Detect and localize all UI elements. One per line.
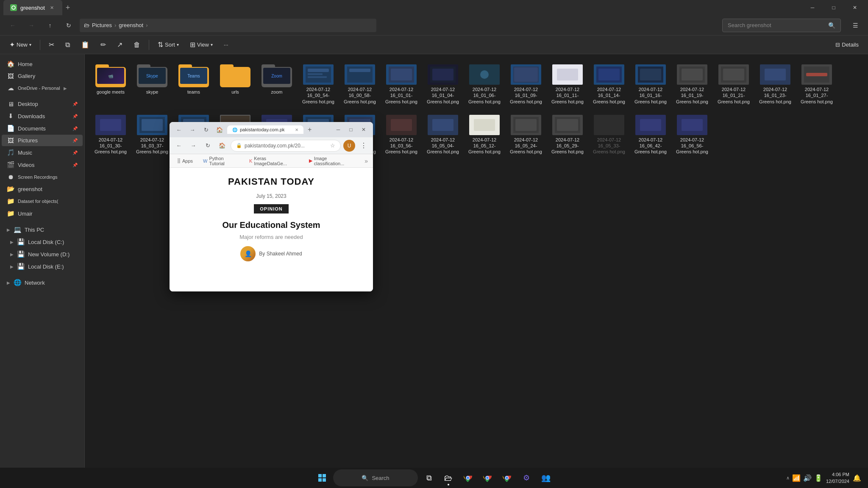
file-item-23[interactable]: 2024-07-12 16_05_12-Greens hot.png	[465, 111, 504, 158]
details-btn[interactable]: ☰	[848, 18, 863, 33]
chrome3-btn[interactable]	[498, 469, 515, 486]
active-tab[interactable]: greenshot ✕	[3, 0, 62, 15]
sidebar-item-local-e[interactable]: ▶ 💾 Local Disk (E:)	[2, 261, 83, 272]
battery-tray-icon[interactable]: 🔋	[814, 474, 823, 482]
sidebar-item-dataset[interactable]: 📁 Dataset for objects(	[2, 195, 83, 207]
breadcrumb-pictures[interactable]: Pictures	[92, 22, 112, 28]
sidebar-item-home[interactable]: 🏠 Home	[2, 58, 83, 70]
more-btn[interactable]: ···	[220, 38, 233, 52]
taskbar-search-btn[interactable]: 🔍 Search	[333, 469, 418, 486]
browser-maximize-btn[interactable]: □	[345, 124, 357, 136]
folder-urls[interactable]: urls	[216, 61, 254, 108]
bookmark-keras[interactable]: K Keras ImageDataGe...	[247, 155, 301, 167]
sidebar-item-greenshot[interactable]: 📂 greenshot	[2, 183, 83, 195]
folder-google-meets[interactable]: 📹 google meets	[92, 61, 130, 108]
tab-close-btn[interactable]: ✕	[48, 4, 56, 11]
bookmarks-overflow-btn[interactable]: »	[364, 158, 368, 164]
sidebar-item-new-volume[interactable]: ▶ 💾 New Volume (D:)	[2, 248, 83, 260]
new-tab-btn[interactable]: +	[62, 3, 74, 12]
teams-taskbar-btn[interactable]: 👥	[537, 469, 554, 486]
browser-minimize-btn[interactable]: ─	[332, 124, 344, 136]
file-item-15[interactable]: 2024-07-12 16_03_37-Greens hot.png	[133, 111, 171, 158]
volume-tray-icon[interactable]: 🔊	[803, 474, 812, 482]
time-display[interactable]: 4:06 PM 12/07/2024	[826, 471, 849, 485]
file-item-27[interactable]: 2024-07-12 16_06_42-Greens hot.png	[632, 111, 670, 158]
browser-profile-btn[interactable]: U	[343, 140, 355, 152]
network-tray-icon[interactable]: 📶	[792, 474, 801, 482]
details-panel-btn[interactable]: ⊟ Details	[831, 38, 863, 52]
sidebar-item-umair[interactable]: 📁 Umair	[2, 208, 83, 219]
sidebar-item-screen-recordings[interactable]: ⏺ Screen Recordings	[2, 171, 83, 183]
sidebar-item-this-pc[interactable]: ▶ 💻 This PC	[2, 224, 83, 236]
browser-tab-active[interactable]: 🌐 pakistantoday.com.pk ✕	[227, 125, 303, 134]
folder-teams[interactable]: Teams teams	[175, 61, 213, 108]
file-item-26[interactable]: 2024-07-12 16_05_33-Greens hot.png	[590, 111, 628, 158]
folder-skype[interactable]: Skype skype	[133, 61, 171, 108]
file-item-10[interactable]: 2024-07-12 16_01_19-Greens hot.png	[673, 61, 711, 108]
file-item-6[interactable]: 2024-07-12 16_01_09-Greens hot.png	[507, 61, 545, 108]
sidebar-item-desktop[interactable]: 🖥 Desktop 📌	[2, 98, 83, 110]
chrome2-btn[interactable]	[479, 469, 496, 486]
bookmark-classification[interactable]: ▶ Image classification...	[306, 155, 359, 167]
share-btn[interactable]: ↗	[113, 38, 127, 52]
article-category[interactable]: OPINION	[254, 204, 288, 214]
file-item-22[interactable]: 2024-07-12 16_05_04-Greens hot.png	[424, 111, 462, 158]
copy-btn[interactable]: ⧉	[61, 38, 74, 52]
breadcrumb[interactable]: 🗁 Pictures › greenshot ›	[80, 19, 376, 32]
file-item-5[interactable]: 2024-07-12 16_01_06-Greens hot.png	[465, 61, 504, 108]
browser-tab-close-btn[interactable]: ✕	[295, 128, 298, 132]
browser-addr-refresh-btn[interactable]: ↻	[202, 140, 214, 152]
file-item-1[interactable]: 2024-07-12 16_00_54-Greens hot.png	[299, 61, 337, 108]
tray-expand-icon[interactable]: ∧	[786, 475, 790, 481]
browser-close-btn[interactable]: ✕	[358, 124, 370, 136]
browser-new-tab-btn[interactable]: +	[305, 126, 314, 133]
new-btn[interactable]: ✦ New ▾	[5, 38, 36, 52]
browser-addr-forward-btn[interactable]: →	[187, 140, 199, 152]
file-item-25[interactable]: 2024-07-12 16_05_29-Greens hot.png	[548, 111, 587, 158]
sidebar-item-onedrive[interactable]: ☁ OneDrive - Personal ▶	[2, 82, 83, 94]
minimize-btn[interactable]: ─	[803, 1, 822, 14]
file-item-3[interactable]: 2024-07-12 16_01_01-Greens hot.png	[382, 61, 420, 108]
back-btn[interactable]: ←	[5, 18, 20, 33]
sidebar-item-downloads[interactable]: ⬇ Downloads 📌	[2, 110, 83, 122]
file-item-24[interactable]: 2024-07-12 16_05_24-Greens hot.png	[507, 111, 545, 158]
sidebar-item-local-c[interactable]: ▶ 💾 Local Disk (C:)	[2, 236, 83, 248]
bookmark-apps[interactable]: ⣿ Apps	[175, 157, 195, 164]
delete-btn[interactable]: 🗑	[129, 38, 145, 52]
file-item-7[interactable]: 2024-07-12 16_01_11-Greens hot.png	[548, 61, 587, 108]
folder-zoom[interactable]: Zoom zoom	[258, 61, 296, 108]
file-item-21[interactable]: 2024-07-12 16_03_56-Greens hot.png	[382, 111, 420, 158]
file-item-2[interactable]: 2024-07-12 16_00_58-Greens hot.png	[341, 61, 379, 108]
search-box[interactable]: Search greenshot 🔍	[722, 19, 841, 32]
rename-btn[interactable]: ✏	[96, 38, 110, 52]
devtools-btn[interactable]: ⚙	[518, 469, 535, 486]
maximize-btn[interactable]: □	[824, 1, 843, 14]
paste-btn[interactable]: 📋	[77, 38, 94, 52]
bookmark-python[interactable]: W Python Tutorial	[200, 155, 242, 167]
browser-back-btn[interactable]: ←	[173, 124, 185, 136]
sidebar-item-network[interactable]: ▶ 🌐 Network	[2, 277, 83, 288]
sidebar-item-videos[interactable]: 🎬 Videos 📌	[2, 159, 83, 171]
sidebar-item-documents[interactable]: 📄 Documents 📌	[2, 122, 83, 134]
browser-url-bar[interactable]: 🔒 pakistantoday.com.pk/20... ☆	[231, 140, 341, 152]
start-btn[interactable]	[314, 469, 331, 486]
file-item-28[interactable]: 2024-07-12 16_06_56-Greens hot.png	[673, 111, 711, 158]
sidebar-item-gallery[interactable]: 🖼 Gallery	[2, 70, 83, 82]
file-item-9[interactable]: 2024-07-12 16_01_16-Greens hot.png	[632, 61, 670, 108]
view-btn[interactable]: ⊞ View ▾	[186, 38, 217, 52]
browser-addr-back-btn[interactable]: ←	[173, 140, 185, 152]
browser-home-btn[interactable]: 🏠	[214, 124, 225, 136]
sidebar-item-pictures[interactable]: 🖼 Pictures 📌	[2, 135, 83, 146]
notification-icon[interactable]: 🔔	[853, 474, 861, 482]
browser-addr-home-btn[interactable]: 🏠	[216, 140, 228, 152]
file-item-11[interactable]: 2024-07-12 16_01_21-Greens hot.png	[715, 61, 753, 108]
chrome-btn[interactable]	[459, 469, 476, 486]
file-item-12[interactable]: 2024-07-12 16_01_23-Greens hot.png	[756, 61, 794, 108]
file-item-4[interactable]: 2024-07-12 16_01_04-Greens hot.png	[424, 61, 462, 108]
file-explorer-taskbar-btn[interactable]: 🗁	[440, 469, 457, 486]
browser-refresh-btn[interactable]: ↻	[200, 124, 212, 136]
cut-btn[interactable]: ✂	[45, 38, 58, 52]
breadcrumb-greenshot[interactable]: greenshot	[119, 22, 143, 28]
up-btn[interactable]: ↑	[42, 18, 58, 33]
sort-btn[interactable]: ⇅ Sort ▾	[153, 38, 183, 52]
